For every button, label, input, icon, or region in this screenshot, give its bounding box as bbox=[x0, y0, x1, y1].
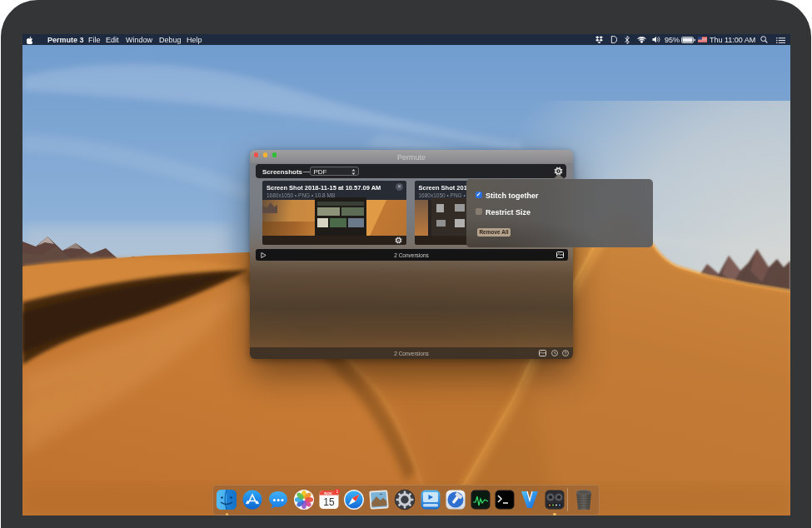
svg-text:NOV: NOV bbox=[324, 491, 332, 496]
svg-text:?: ? bbox=[564, 351, 566, 356]
svg-text:15: 15 bbox=[323, 496, 335, 508]
svg-text:1: 1 bbox=[336, 489, 339, 494]
